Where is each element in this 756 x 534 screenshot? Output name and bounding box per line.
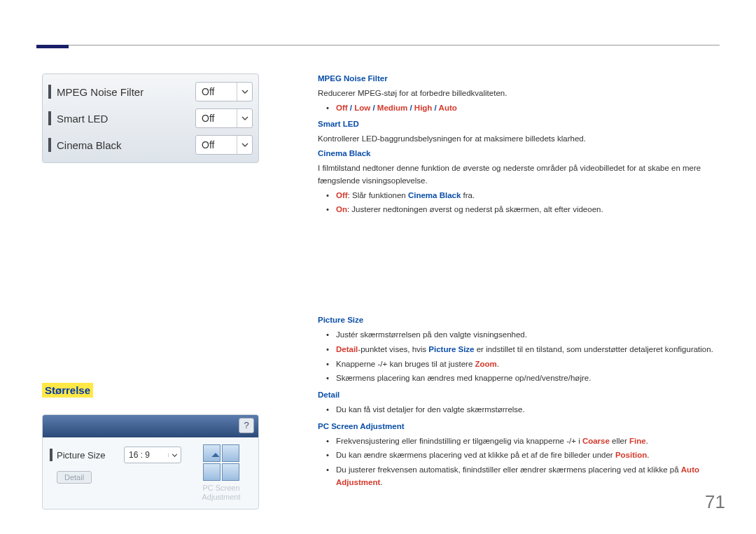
section-2: Picture Size Justér skærmstørrelsen på d… [318, 314, 721, 489]
osd-value: Off [196, 113, 237, 124]
pc-screen-label: PC ScreenAdjustment [191, 484, 251, 502]
osd-label: MPEG Noise Filter [57, 86, 195, 98]
osd-row-smartled: Smart LED Off [48, 105, 253, 132]
section-title-storrelse: Størrelse [42, 383, 93, 398]
left-column: MPEG Noise Filter Off Smart LED Off Cine… [42, 73, 259, 510]
osd-select[interactable]: Off [195, 135, 253, 155]
chevron-down-icon [168, 454, 181, 457]
osd-label: Smart LED [57, 113, 195, 125]
desc-mpeg: Reducerer MPEG-støj for at forbedre bill… [318, 87, 721, 100]
osd-value: Off [196, 86, 237, 97]
row-marker [50, 449, 52, 461]
osd2-value: 16 : 9 [125, 450, 168, 460]
desc-smartled: Kontrollerer LED-baggrundsbelysningen fo… [318, 133, 721, 146]
heading-smartled: Smart LED [318, 118, 721, 131]
heading-detail: Detail [318, 389, 721, 402]
desc-cinema: I filmtilstand nedtoner denne funktion d… [318, 162, 721, 188]
osd2-header: ? [43, 415, 258, 437]
list-detail: Du kan få vist detaljer for den valgte s… [326, 404, 721, 416]
row-marker [48, 138, 51, 152]
chevron-down-icon [237, 136, 252, 154]
list-mpeg-options: Off / Low / Medium / High / Auto [326, 102, 721, 115]
osd2-left: Picture Size 16 : 9 Detail [50, 444, 181, 502]
osd-select[interactable]: Off [195, 82, 253, 101]
page-number: 71 [705, 491, 725, 513]
osd-row-cinema: Cinema Black Off [48, 132, 253, 158]
right-column: MPEG Noise Filter Reducerer MPEG-støj fo… [318, 73, 721, 493]
chevron-down-icon [237, 83, 252, 101]
position-quad-icon[interactable] [203, 444, 239, 481]
row-marker [48, 111, 51, 125]
header-divider [36, 45, 720, 45]
osd2-body: Picture Size 16 : 9 Detail PC ScreenAdju… [43, 437, 258, 509]
osd2-row-picturesize: Picture Size 16 : 9 [50, 444, 181, 465]
osd-panel-2: ? Picture Size 16 : 9 Detail [42, 414, 259, 510]
osd-select[interactable]: Off [195, 108, 253, 128]
header-accent [36, 45, 69, 48]
list-pcadj: Frekvensjustering eller finindstilling e… [326, 435, 721, 489]
osd-value: Off [196, 139, 237, 150]
row-marker [48, 85, 51, 99]
help-icon[interactable]: ? [239, 418, 254, 433]
osd-label: Cinema Black [57, 139, 195, 151]
heading-pcadj: PC Screen Adjustment [318, 421, 721, 433]
osd2-right: PC ScreenAdjustment [191, 444, 251, 502]
osd2-label: Picture Size [57, 450, 124, 461]
osd-panel-1: MPEG Noise Filter Off Smart LED Off Cine… [42, 73, 259, 163]
heading-picsize: Picture Size [318, 314, 721, 327]
heading-cinema: Cinema Black [318, 148, 721, 160]
list-picsize: Justér skærmstørrelsen på den valgte vis… [326, 329, 721, 385]
osd2-select[interactable]: 16 : 9 [124, 447, 181, 463]
osd-row-mpeg: MPEG Noise Filter Off [48, 78, 253, 105]
detail-button[interactable]: Detail [57, 471, 92, 484]
heading-mpeg: MPEG Noise Filter [318, 73, 721, 85]
list-cinema: Off: Slår funktionen Cinema Black fra. O… [326, 190, 721, 217]
chevron-down-icon [237, 109, 252, 127]
